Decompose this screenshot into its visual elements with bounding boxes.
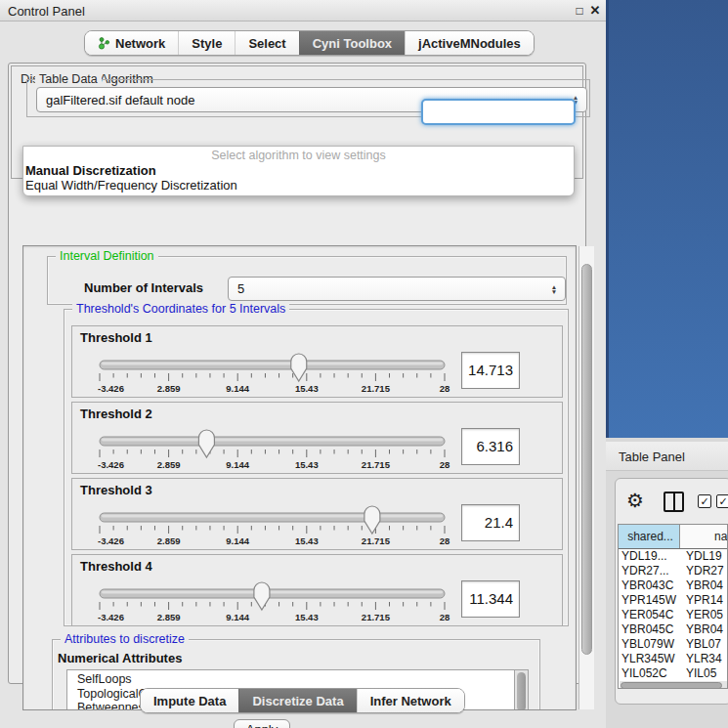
tab-label: Select xyxy=(248,36,285,51)
tick-label: 15.43 xyxy=(295,383,319,394)
tab-label: Network xyxy=(115,36,165,51)
threshold-1-slider[interactable]: -3.4262.8599.14415.4321.71528 xyxy=(72,352,502,397)
checkbox-checked-icon[interactable]: ✓ xyxy=(698,494,711,508)
threshold-2-slider[interactable]: -3.4262.8599.14415.4321.71528 xyxy=(72,428,502,473)
table-row[interactable]: YER054CYER05 xyxy=(619,608,727,622)
close-icon[interactable]: ✕ xyxy=(588,4,602,18)
table-row[interactable]: YDL19...YDL19 xyxy=(619,549,727,564)
tick-label: -3.426 xyxy=(98,612,124,622)
threshold-1-value-field[interactable]: 14.713 xyxy=(461,352,520,389)
tab-impute-data[interactable]: Impute Data xyxy=(141,689,238,712)
threshold-4-label: Threshold 4 xyxy=(80,559,152,574)
threshold-3-value-field[interactable]: 21.4 xyxy=(461,504,520,541)
interval-definition-title: Interval Definition xyxy=(56,249,158,263)
table-panel-titlebar: Table Panel xyxy=(606,442,728,471)
threshold-1-box: Threshold 1-3.4262.8599.14415.4321.71528… xyxy=(71,325,563,398)
tab-style[interactable]: Style xyxy=(178,31,235,55)
split-columns-icon[interactable] xyxy=(664,492,684,512)
table-row[interactable]: YPR145WYPR14 xyxy=(619,593,727,608)
scrollbar-thumb[interactable] xyxy=(517,672,526,710)
settings-scrollpane: Interval Definition Number of Intervals … xyxy=(22,245,577,710)
slider-thumb[interactable] xyxy=(254,582,270,610)
table-cell: YPR14 xyxy=(680,593,728,608)
slider-thumb[interactable] xyxy=(364,506,380,534)
algorithm-option-equal-width-frequency-discretization[interactable]: Equal Width/Frequency Discretization xyxy=(25,178,573,193)
tick-label: 15.43 xyxy=(295,612,319,622)
tick-label: -3.426 xyxy=(98,459,124,470)
thresholds-group: Threshold's Coordinates for 5 Intervals … xyxy=(64,309,569,626)
table-row[interactable]: YDR27...YDR27 xyxy=(619,564,727,578)
algorithm-option-manual-discretization[interactable]: Manual Discretization xyxy=(25,163,573,178)
tab-cyni-toolbox[interactable]: Cyni Toolbox xyxy=(299,31,405,55)
table-row[interactable]: YBR045CYBR04 xyxy=(619,622,727,637)
tick-label: 2.859 xyxy=(157,459,181,470)
float-window-icon[interactable]: □ xyxy=(573,4,586,18)
tick-label: 28 xyxy=(440,459,450,470)
tab-label: Cyni Toolbox xyxy=(313,36,392,51)
network-icon xyxy=(98,36,110,50)
attributes-list-scrollbar[interactable] xyxy=(515,669,529,710)
tab-jactivemnodules[interactable]: jActiveMNodules xyxy=(405,31,534,55)
scrollbar-thumb[interactable] xyxy=(581,264,592,655)
control-panel-tabbar: NetworkStyleSelectCyni ToolboxjActiveMNo… xyxy=(84,30,535,56)
table-cell: YPR145W xyxy=(619,593,680,608)
table-cell: YBL07 xyxy=(680,637,728,652)
spinner-arrows-icon: ▲▼ xyxy=(547,284,561,294)
table-cell: YDL19... xyxy=(619,549,680,564)
number-of-intervals-value: 5 xyxy=(229,281,547,296)
numerical-attributes-label: Numerical Attributes xyxy=(58,651,182,665)
table-row[interactable]: YBL079WYBL07 xyxy=(619,637,727,652)
tab-label: Impute Data xyxy=(153,694,226,708)
table-cell: YER05 xyxy=(680,608,728,622)
table-column-header-shared[interactable]: shared... xyxy=(619,525,680,548)
table-header-row: shared...name xyxy=(619,525,727,549)
tick-label: 28 xyxy=(440,612,450,622)
tab-label: jActiveMNodules xyxy=(418,36,521,51)
apply-button[interactable]: Apply xyxy=(234,719,290,728)
table-cell: YIL052C xyxy=(619,666,680,681)
tick-label: 2.859 xyxy=(157,535,181,546)
gear-icon[interactable]: ⚙ xyxy=(626,489,644,512)
control-panel-title: Control Panel xyxy=(8,4,85,19)
slider-thumb[interactable] xyxy=(198,430,214,457)
threshold-2-value-field[interactable]: 6.316 xyxy=(461,428,520,465)
table-cell: YLR345W xyxy=(619,652,680,666)
tick-label: 21.715 xyxy=(362,612,391,622)
table-cell: YDR27 xyxy=(680,564,728,578)
threshold-4-value-field[interactable]: 11.344 xyxy=(461,580,520,618)
number-of-intervals-combobox[interactable]: 5 ▲▼ xyxy=(228,277,566,301)
table-row[interactable]: YIL052CYIL05 xyxy=(619,666,727,681)
tab-infer-network[interactable]: Infer Network xyxy=(357,689,464,712)
checkbox-checked-icon[interactable]: ✓ xyxy=(716,494,728,508)
tick-label: 21.715 xyxy=(362,535,391,546)
threshold-1-label: Threshold 1 xyxy=(80,330,152,345)
table-row[interactable]: YBR043CYBR04 xyxy=(619,578,727,593)
algorithm-combobox[interactable] xyxy=(421,99,576,125)
table-column-header-name[interactable]: name xyxy=(680,525,728,548)
tab-select[interactable]: Select xyxy=(235,31,298,55)
tab-network[interactable]: Network xyxy=(85,31,178,55)
tick-label: 28 xyxy=(440,535,450,546)
threshold-4-slider[interactable]: -3.4262.8599.14415.4321.71528 xyxy=(72,580,502,625)
tick-label: 9.144 xyxy=(226,612,249,622)
algorithm-dropdown-placeholder: Select algorithm to view settings xyxy=(23,149,574,162)
control-panel: Control Panel □ ✕ NetworkStyleSelectCyni… xyxy=(0,0,606,728)
attribute-item-selfloops[interactable]: SelfLoops xyxy=(67,672,514,687)
threshold-2-box: Threshold 2-3.4262.8599.14415.4321.71528… xyxy=(71,402,563,474)
table-cell: YBL079W xyxy=(619,637,680,652)
tab-label: Style xyxy=(192,36,222,51)
tick-label: 15.43 xyxy=(295,535,319,546)
tab-discretize-data[interactable]: Discretize Data xyxy=(238,689,356,712)
table-row[interactable]: YLR345WYLR34 xyxy=(619,652,727,666)
threshold-3-box: Threshold 3-3.4262.8599.14415.4321.71528… xyxy=(71,478,563,550)
threshold-3-slider[interactable]: -3.4262.8599.14415.4321.71528 xyxy=(72,504,502,549)
scrollbar-thumb[interactable] xyxy=(621,682,722,689)
cyni-toolbox-panel: Discretization Algorithm Table Data galF… xyxy=(8,63,586,684)
panel-scrollbar[interactable] xyxy=(578,246,594,709)
thresholds-group-title: Threshold's Coordinates for 5 Intervals xyxy=(72,302,289,316)
table-horizontal-scrollbar[interactable] xyxy=(620,681,727,689)
tick-label: -3.426 xyxy=(98,535,124,546)
table-cell: YBR043C xyxy=(619,578,680,593)
interval-definition-group: Interval Definition Number of Intervals … xyxy=(47,256,567,305)
threshold-4-box: Threshold 4-3.4262.8599.14415.4321.71528… xyxy=(71,554,563,626)
